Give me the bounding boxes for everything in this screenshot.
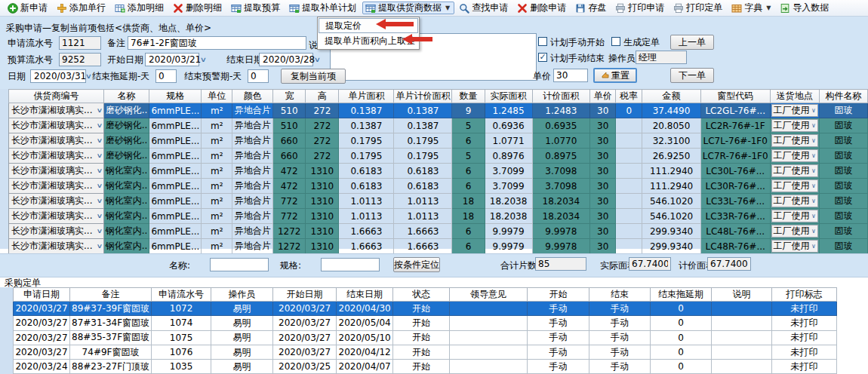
supplier-combo-cell[interactable]: 长沙市潇湘玻璃实...∨ — [9, 224, 104, 239]
prev-order-button[interactable]: 上一单 — [670, 35, 714, 50]
column-header[interactable]: 结束拖延期 — [651, 288, 712, 302]
column-header[interactable]: 备注 — [70, 288, 152, 302]
reset-button[interactable]: 重置 — [593, 68, 637, 83]
supplier-combo-cell[interactable]: 长沙市潇湘玻璃实...∨ — [9, 149, 104, 164]
toolbar-button-new-request[interactable]: 新申请 — [5, 2, 52, 14]
delivery-combo-cell[interactable]: 工厂使用∨ — [770, 209, 819, 224]
column-header[interactable]: 税率 — [616, 90, 642, 103]
supplier-combo-cell[interactable]: 长沙市潇湘玻璃实...∨ — [9, 179, 104, 194]
table-row[interactable]: 2020/03/2789#37-39F窗固玻1072易明2020/03/2720… — [14, 302, 837, 316]
operator-input[interactable] — [636, 51, 687, 64]
delivery-combo-cell[interactable]: 工厂使用∨ — [770, 164, 819, 179]
delay-input[interactable] — [155, 69, 177, 83]
column-header[interactable]: 计价面积 — [532, 90, 589, 103]
toolbar-button-add-detail[interactable]: 添加明细 — [112, 2, 168, 14]
column-header[interactable]: 窗型代码 — [700, 90, 770, 103]
serial-input[interactable] — [59, 36, 101, 50]
delivery-combo-cell[interactable]: 工厂使用∨ — [770, 179, 819, 194]
toolbar-button-save[interactable]: 存盘 — [572, 2, 611, 14]
calc-area-input[interactable] — [707, 257, 751, 271]
column-header[interactable]: 结束日期 — [337, 288, 393, 302]
column-header[interactable]: 规格 — [149, 90, 202, 103]
copy-current-button[interactable]: 复制当前项 — [281, 69, 346, 84]
delivery-combo-cell[interactable]: 工厂使用∨ — [770, 149, 819, 164]
supplier-combo-cell[interactable]: 长沙市潇湘玻璃实...∨ — [9, 209, 104, 224]
toolbar-button-delete-detail[interactable]: 删除明细 — [170, 2, 226, 14]
supplier-combo-cell[interactable]: 长沙市潇湘玻璃实...∨ — [9, 239, 104, 254]
table-row[interactable]: 长沙市潇湘玻璃实...∨钢化室内..6mmPLE...m²异地合片7721310… — [9, 194, 868, 209]
column-header[interactable]: 数量 — [452, 90, 485, 103]
toolbar-button-add-row[interactable]: 添加单行 — [54, 2, 110, 14]
start-date-combo[interactable]: 2020/03/21∨ — [145, 53, 199, 66]
column-header[interactable]: 颜色 — [232, 90, 273, 103]
toolbar-button-extract-supplier-data[interactable]: 提取供货商数据▼ — [362, 2, 454, 14]
table-row[interactable]: 长沙市潇湘玻璃实...∨钢化室内..6mmPLE...m²异地合片7721310… — [9, 209, 868, 224]
toolbar-button-delete-request[interactable]: 删除申请 — [514, 2, 571, 14]
note-input[interactable] — [128, 36, 306, 50]
column-header[interactable]: 结束 — [589, 288, 651, 302]
column-header[interactable]: 高 — [306, 90, 339, 103]
plan-manual-end-checkbox[interactable]: ✓ — [538, 53, 547, 62]
table-row[interactable]: 长沙市潇湘玻璃实...∨钢化室内..6mmPLE...m²异地合片1272131… — [9, 239, 868, 254]
locator-name-input[interactable] — [210, 258, 269, 271]
column-header[interactable]: 单价 — [590, 90, 616, 103]
budget-serial-input[interactable] — [59, 53, 101, 66]
column-header[interactable]: 操作员 — [211, 288, 273, 302]
table-row[interactable]: 长沙市潇湘玻璃实...∨磨砂钢化..6mmPLE...m²异地合片5102720… — [9, 103, 868, 118]
supplier-combo-cell[interactable]: 长沙市潇湘玻璃实...∨ — [9, 133, 104, 149]
column-header[interactable]: 申请流水号 — [152, 288, 211, 302]
table-row[interactable]: 长沙市潇湘玻璃实...∨钢化室内..6mmPLE...m²异地合片4721310… — [9, 164, 868, 179]
column-header[interactable]: 实际面积 — [485, 90, 532, 103]
table-row[interactable]: 2020/03/2788#35-37F窗固玻1075易明2020/03/2720… — [14, 330, 837, 345]
toolbar-button-extract-supplement-plan[interactable]: 提取补单计划 — [286, 2, 361, 14]
column-header[interactable]: 说明 — [712, 288, 772, 302]
gen-order-checkbox[interactable] — [611, 37, 620, 46]
supplier-combo-cell[interactable]: 长沙市潇湘玻璃实...∨ — [9, 194, 104, 209]
unit-price-input[interactable] — [553, 69, 588, 82]
column-header[interactable]: 单位 — [202, 90, 232, 103]
column-header[interactable]: 单片面积 — [339, 90, 394, 103]
end-date-combo[interactable]: 2020/03/28∨ — [259, 53, 313, 66]
locator-spec-input[interactable] — [321, 258, 380, 271]
toolbar-button-extract-budget[interactable]: 提取预算 — [228, 2, 285, 14]
column-header[interactable]: 金额 — [642, 90, 701, 103]
column-header[interactable]: 开始 — [528, 288, 589, 302]
table-row[interactable]: 2020/03/2774#9F窗固玻1076易明2020/03/272020/0… — [14, 345, 837, 359]
column-header[interactable]: 领导意见 — [450, 288, 528, 302]
table-row[interactable]: 2020/03/2488#23-27F门顶玻1035易明2020/03/2520… — [14, 360, 837, 374]
column-header[interactable]: 供货商编号 — [9, 90, 104, 103]
date-combo[interactable]: 2020/03/31∨ — [30, 69, 86, 83]
toolbar-button-import-data[interactable]: 导入数据 — [777, 2, 833, 14]
column-header[interactable]: 构件名称 — [819, 90, 867, 103]
supplier-combo-cell[interactable]: 长沙市潇湘玻璃实...∨ — [9, 118, 104, 133]
delivery-combo-cell[interactable]: 工厂使用∨ — [770, 133, 819, 149]
column-header[interactable]: 打印标志 — [772, 288, 837, 302]
column-header[interactable]: 开始日期 — [273, 288, 337, 302]
warn-input[interactable] — [248, 69, 269, 83]
delivery-combo-cell[interactable]: 工厂使用∨ — [770, 103, 819, 118]
column-header[interactable]: 名称 — [103, 90, 149, 103]
plan-manual-start-checkbox[interactable] — [538, 37, 547, 46]
table-row[interactable]: 长沙市潇湘玻璃实...∨磨砂钢化..6mmPLE...m²异地合片6602720… — [9, 133, 868, 149]
total-pieces-input[interactable] — [535, 257, 586, 271]
locate-by-condition-button[interactable]: 按条件定位 — [393, 257, 440, 272]
table-row[interactable]: 2020/03/2787#31-34F窗固玻1074易明2020/03/2720… — [14, 316, 837, 330]
delivery-combo-cell[interactable]: 工厂使用∨ — [770, 239, 819, 254]
next-order-button[interactable]: 下一单 — [670, 68, 714, 83]
table-row[interactable]: 长沙市潇湘玻璃实...∨磨砂钢化..6mmPLE...m²异地合片6602720… — [9, 149, 868, 164]
table-row[interactable]: 长沙市潇湘玻璃实...∨钢化室内..6mmPLE...m²异地合片1272131… — [9, 224, 868, 239]
actual-area-input[interactable] — [629, 257, 671, 271]
column-header[interactable]: 单片计价面积 — [394, 90, 452, 103]
column-header[interactable]: 宽 — [273, 90, 306, 103]
delivery-combo-cell[interactable]: 工厂使用∨ — [770, 118, 819, 133]
column-header[interactable]: 申请日期 — [14, 288, 70, 302]
delivery-combo-cell[interactable]: 工厂使用∨ — [770, 224, 819, 239]
supplier-combo-cell[interactable]: 长沙市潇湘玻璃实...∨ — [9, 164, 104, 179]
delivery-combo-cell[interactable]: 工厂使用∨ — [770, 194, 819, 209]
toolbar-button-find-request[interactable]: 查找申请 — [456, 2, 512, 14]
supplier-combo-cell[interactable]: 长沙市潇湘玻璃实...∨ — [9, 103, 104, 118]
column-header[interactable]: 送货地点 — [770, 90, 819, 103]
column-header[interactable]: 状态 — [393, 288, 450, 302]
toolbar-button-print-order[interactable]: 打印定单 — [670, 2, 727, 14]
table-row[interactable]: 长沙市潇湘玻璃实...∨磨砂钢化..6mmPLE...m²异地合片5102720… — [9, 118, 868, 133]
